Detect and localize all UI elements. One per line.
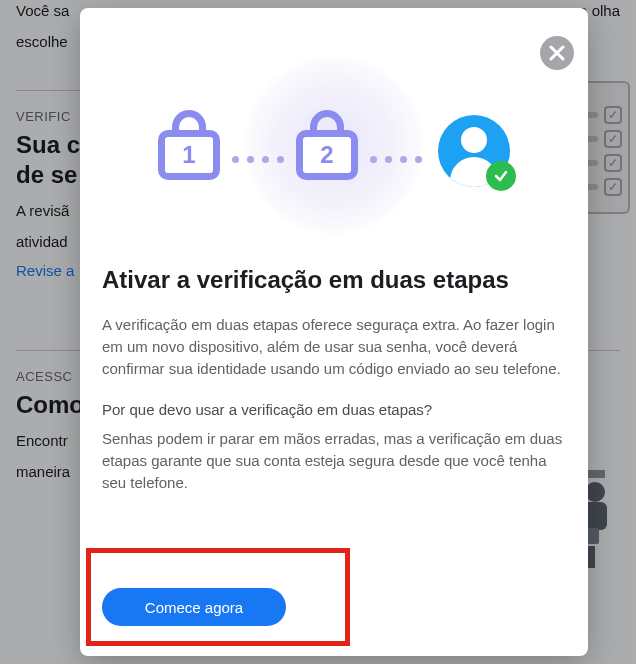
modal-answer: Senhas podem ir parar em mãos erradas, m… xyxy=(102,428,566,493)
lock-two-icon: 2 xyxy=(296,110,358,180)
lock-one-icon: 1 xyxy=(158,110,220,180)
two-step-verification-modal: 1 2 Ativar a verificação em duas etapas … xyxy=(80,8,588,656)
close-icon xyxy=(549,45,565,61)
modal-illustration: 1 2 xyxy=(80,60,588,230)
modal-title: Ativar a verificação em duas etapas xyxy=(102,266,566,294)
modal-description: A verificação em duas etapas oferece seg… xyxy=(102,314,566,379)
step-dots xyxy=(370,156,422,163)
checkmark-badge-icon xyxy=(486,161,516,191)
modal-subquestion: Por que devo usar a verificação em duas … xyxy=(102,401,566,418)
step-dots xyxy=(232,156,284,163)
user-verified-icon xyxy=(438,115,510,187)
get-started-button[interactable]: Comece agora xyxy=(102,588,286,626)
